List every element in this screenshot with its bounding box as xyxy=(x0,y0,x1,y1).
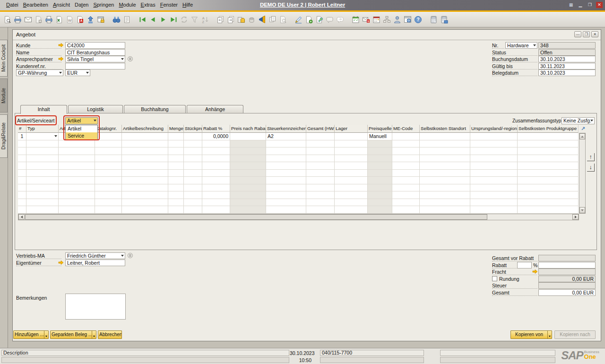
sort-icon[interactable]: AZ xyxy=(200,15,209,24)
cell-r4-c12[interactable] xyxy=(335,155,368,163)
cell-r5-c12[interactable] xyxy=(335,162,368,170)
link-arrow-icon[interactable] xyxy=(58,56,64,61)
cell-r11-c3[interactable] xyxy=(59,206,95,214)
cell-r6-c12[interactable] xyxy=(335,170,368,177)
menu-springen[interactable]: Springen xyxy=(93,2,114,8)
cell-r9-c6[interactable] xyxy=(168,191,184,199)
copy-from-icon[interactable] xyxy=(216,15,225,24)
field-gp-w-hrung[interactable]: EUR xyxy=(65,69,90,76)
cell-r8-c13[interactable] xyxy=(368,184,392,192)
calc-icon[interactable] xyxy=(429,15,438,24)
cell-r9-c12[interactable] xyxy=(335,191,368,199)
cell-r4-c13[interactable] xyxy=(368,155,392,163)
cell-r6-c4[interactable] xyxy=(95,170,122,177)
cell-r4-c1[interactable] xyxy=(18,155,26,163)
cell-r7-c1[interactable] xyxy=(18,177,26,184)
cell-r8-c17[interactable] xyxy=(518,184,579,192)
help-icon[interactable]: ? xyxy=(413,15,423,24)
cell-r8-c4[interactable] xyxy=(95,184,122,192)
cell-r11-c10[interactable] xyxy=(266,206,306,214)
cell-r7-c3[interactable] xyxy=(59,177,95,184)
new-doc-icon[interactable] xyxy=(304,15,313,24)
menu-bearbeiten[interactable]: Bearbeiten xyxy=(23,2,48,8)
cell-r5-c8[interactable] xyxy=(202,162,230,170)
send-icon[interactable] xyxy=(86,15,95,24)
cell-r5-c14[interactable] xyxy=(392,162,420,170)
cell-r7-c11[interactable] xyxy=(306,177,335,184)
cell-r2-c16[interactable] xyxy=(470,140,518,148)
cell-r2-c10[interactable] xyxy=(266,140,306,148)
cell-r1-c7[interactable] xyxy=(184,133,202,140)
cell-r1-c9[interactable] xyxy=(230,133,266,140)
cell-r5-c15[interactable] xyxy=(420,162,470,170)
cell-r10-c6[interactable] xyxy=(168,199,184,207)
filter-icon[interactable] xyxy=(190,15,199,24)
rabatt-percent-input[interactable] xyxy=(517,262,532,269)
bemerkungen-textarea[interactable] xyxy=(65,294,126,320)
cell-r1-c16[interactable] xyxy=(470,133,518,140)
cell-r3-c17[interactable] xyxy=(518,147,579,155)
cell-r7-c13[interactable] xyxy=(368,177,392,184)
cell-r11-c15[interactable] xyxy=(420,206,470,214)
prev-record-icon[interactable] xyxy=(148,15,157,24)
cell-r2-c12[interactable] xyxy=(335,140,368,148)
menu-daten[interactable]: Daten xyxy=(75,2,88,8)
tab-anhänge[interactable]: Anhänge xyxy=(187,105,243,113)
cell-r1-c10[interactable]: A2 xyxy=(266,133,306,140)
tab-logistik[interactable]: Logistik xyxy=(68,105,123,113)
cell-r10-c12[interactable] xyxy=(335,199,368,207)
cell-r8-c1[interactable] xyxy=(18,184,26,192)
cell-r7-c15[interactable] xyxy=(420,177,470,184)
cell-r9-c1[interactable] xyxy=(18,191,26,199)
close-icon[interactable]: ✕ xyxy=(591,31,598,37)
cell-r8-c16[interactable] xyxy=(470,184,518,192)
fax-icon[interactable] xyxy=(44,15,53,24)
cell-r8-c15[interactable] xyxy=(420,184,470,192)
field-name[interactable]: CIT Beratungshaus xyxy=(65,49,125,56)
cell-r6-c13[interactable] xyxy=(368,170,392,177)
cell-r11-c1[interactable] xyxy=(18,206,26,214)
copy-to-icon[interactable] xyxy=(226,15,235,24)
cell-r7-c10[interactable] xyxy=(266,177,306,184)
cell-r5-c1[interactable] xyxy=(18,162,26,170)
cell-r3-c2[interactable] xyxy=(26,147,59,155)
export-excel-icon[interactable] xyxy=(54,15,64,24)
cell-r6-c5[interactable] xyxy=(122,170,168,177)
cell-r3-c15[interactable] xyxy=(420,147,470,155)
cell-r9-c3[interactable] xyxy=(59,191,95,199)
cell-r5-c4[interactable] xyxy=(95,162,122,170)
cell-r6-c17[interactable] xyxy=(518,170,579,177)
sidebar-tab-mein-cockpit[interactable]: Mein Cockpit xyxy=(0,40,8,77)
export-pdf-icon[interactable]: A xyxy=(75,15,85,24)
cell-r7-c7[interactable] xyxy=(184,177,202,184)
scroll-right-icon[interactable] xyxy=(572,214,579,220)
print-icon[interactable] xyxy=(13,15,22,24)
last-record-icon[interactable] xyxy=(169,15,178,24)
email-icon[interactable] xyxy=(23,15,33,24)
field-label-gp-w-hrung[interactable]: GP-Währung xyxy=(16,69,63,76)
cell-r8-c5[interactable] xyxy=(122,184,168,192)
edit-icon[interactable] xyxy=(294,15,303,24)
copy-from-button[interactable]: Kopieren von xyxy=(510,330,552,339)
cell-r11-c7[interactable] xyxy=(184,206,202,214)
cell-r6-c3[interactable] xyxy=(59,170,95,177)
package-icon[interactable] xyxy=(247,15,256,24)
cell-r9-c10[interactable] xyxy=(266,191,306,199)
menu-ansicht[interactable]: Ansicht xyxy=(53,2,70,8)
cell-r4-c9[interactable] xyxy=(230,155,266,163)
cell-r10-c17[interactable] xyxy=(518,199,579,207)
cell-r4-c14[interactable] xyxy=(392,155,420,163)
cell-r11-c8[interactable] xyxy=(202,206,230,214)
field-kundenref-nr-[interactable] xyxy=(65,63,125,69)
cell-r4-c3[interactable] xyxy=(59,155,95,163)
cell-r7-c5[interactable] xyxy=(122,177,168,184)
cell-r6-c14[interactable] xyxy=(392,170,420,177)
cell-r11-c12[interactable] xyxy=(335,206,368,214)
cell-r9-c4[interactable] xyxy=(95,191,122,199)
cell-r7-c17[interactable] xyxy=(518,177,579,184)
cell-r5-c13[interactable] xyxy=(368,162,392,170)
table-hscrollbar[interactable] xyxy=(18,214,579,220)
cell-r7-c4[interactable] xyxy=(95,177,122,184)
cell-r5-c7[interactable] xyxy=(184,162,202,170)
cell-r3-c11[interactable] xyxy=(306,147,335,155)
